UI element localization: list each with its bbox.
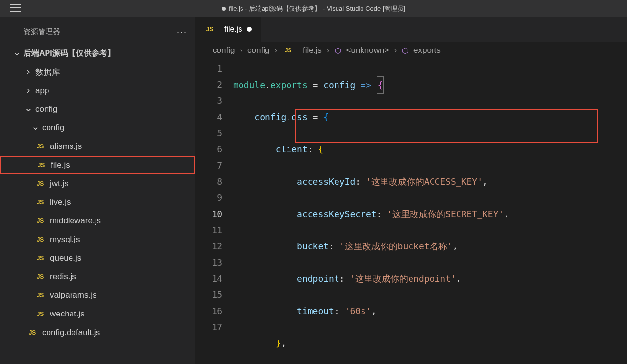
explorer-sidebar: 资源管理器 ··· 后端API源码【仅供参考】 数据库 app config	[0, 17, 195, 364]
code-editor[interactable]: 123 456 789 101112 131415 1617 module.ex…	[195, 60, 627, 364]
js-icon	[204, 25, 216, 34]
more-icon[interactable]: ···	[177, 27, 187, 37]
tree-folder-db[interactable]: 数据库	[0, 63, 195, 81]
chevron-down-icon	[13, 48, 21, 59]
js-icon	[35, 161, 47, 170]
window-title: file.js - 后端api源码【仅供参考】 - Visual Studio …	[229, 5, 405, 12]
tree-file-alisms[interactable]: alisms.js	[0, 137, 195, 156]
tabbar: file.js	[195, 17, 627, 42]
tree-file-queue[interactable]: queue.js	[0, 249, 195, 267]
cube-icon: ⬡	[335, 46, 341, 55]
js-icon	[26, 328, 38, 337]
dirty-dot-icon	[222, 7, 226, 11]
code-content[interactable]: module.exports = config => { config.oss …	[233, 60, 627, 364]
chevron-right-icon	[24, 85, 32, 97]
chevron-down-icon	[31, 122, 39, 134]
js-icon	[34, 142, 46, 151]
js-icon	[34, 235, 46, 244]
titlebar: file.js - 后端api源码【仅供参考】 - Visual Studio …	[0, 0, 627, 17]
tree-file-wechat[interactable]: wechat.js	[0, 305, 195, 323]
line-gutter: 123 456 789 101112 131415 1617	[195, 60, 233, 364]
breadcrumb[interactable]: config › config › file.js › ⬡ <unknown> …	[195, 42, 627, 60]
tree-file-live[interactable]: live.js	[0, 193, 195, 212]
chevron-down-icon	[24, 103, 32, 115]
js-icon	[34, 291, 46, 300]
js-icon	[34, 198, 46, 207]
tree-folder-config2[interactable]: config	[0, 119, 195, 137]
cube-icon: ⬡	[402, 46, 409, 55]
js-icon	[34, 179, 46, 188]
js-icon	[34, 310, 46, 318]
tree-folder-app[interactable]: app	[0, 81, 195, 100]
tree-file-configdefault[interactable]: config.default.js	[0, 323, 195, 342]
explorer-title: 资源管理器	[24, 27, 60, 37]
tree-root[interactable]: 后端API源码【仅供参考】	[0, 44, 195, 63]
chevron-right-icon	[24, 67, 32, 78]
dirty-dot-icon	[247, 27, 252, 32]
tree-file-middleware[interactable]: middleware.js	[0, 212, 195, 230]
tree-file-mysql[interactable]: mysql.js	[0, 230, 195, 249]
tab-filejs[interactable]: file.js	[195, 17, 261, 42]
js-icon	[34, 254, 46, 263]
js-icon	[34, 272, 46, 281]
tree-folder-config1[interactable]: config	[0, 100, 195, 119]
js-icon	[34, 217, 46, 225]
tree-file-jwt[interactable]: jwt.js	[0, 174, 195, 193]
js-icon	[282, 46, 294, 55]
tree-file-file[interactable]: file.js	[0, 156, 195, 174]
tree-file-valparams[interactable]: valparams.js	[0, 286, 195, 305]
tree-file-redis[interactable]: redis.js	[0, 267, 195, 286]
menu-icon[interactable]	[10, 4, 21, 12]
